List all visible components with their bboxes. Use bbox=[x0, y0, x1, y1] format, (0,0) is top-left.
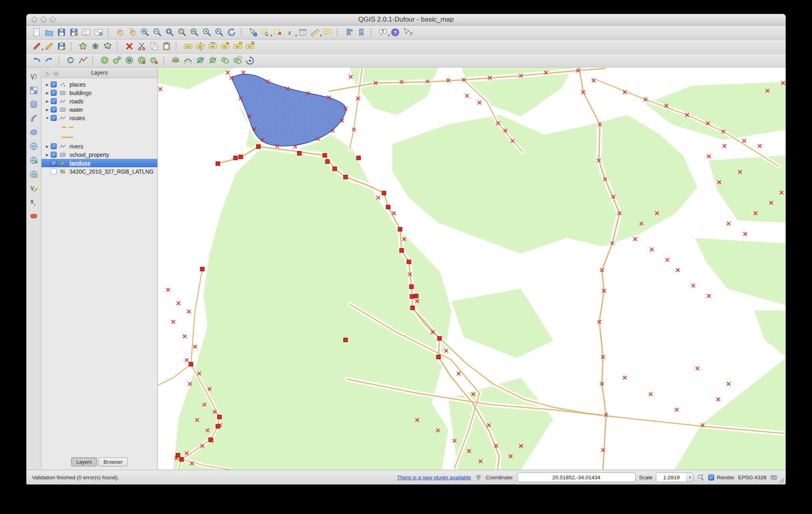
composer-manager-button[interactable] bbox=[92, 27, 105, 38]
layer-visibility-checkbox[interactable]: ✓ bbox=[51, 143, 57, 149]
add-raster-layer-button[interactable] bbox=[28, 85, 40, 96]
layer-visibility-checkbox[interactable]: ✓ bbox=[51, 81, 57, 87]
measure-button[interactable]: ▾ bbox=[309, 27, 321, 38]
offset-curve-button[interactable] bbox=[182, 55, 194, 66]
scale-combo[interactable]: 1:2819 ▾ bbox=[656, 472, 693, 482]
identify-features-button[interactable]: i bbox=[247, 27, 259, 38]
zoom-button[interactable] bbox=[50, 17, 55, 22]
add-vector-layer-button[interactable] bbox=[28, 71, 40, 82]
delete-selected-button[interactable] bbox=[123, 41, 135, 52]
expander-icon[interactable]: ▼ bbox=[44, 116, 51, 120]
expander-icon[interactable]: ▶ bbox=[44, 91, 51, 95]
layer-visibility-checkbox[interactable]: ✓ bbox=[51, 168, 57, 174]
layer-item-rivers[interactable]: ▶✓rivers bbox=[42, 142, 157, 150]
layer-style-swatch[interactable] bbox=[42, 132, 157, 142]
open-attribute-table-button[interactable] bbox=[296, 27, 309, 38]
zoom-out-button[interactable] bbox=[151, 27, 163, 38]
layer-item-buildings[interactable]: ▶✓buildings bbox=[42, 89, 157, 97]
split-features-button[interactable] bbox=[194, 55, 206, 66]
help-button[interactable]: ? bbox=[389, 27, 401, 38]
delete-part-button[interactable] bbox=[148, 55, 160, 66]
copy-features-button[interactable] bbox=[148, 41, 160, 52]
chevron-down-icon[interactable]: ▾ bbox=[686, 473, 693, 482]
toggle-editing-button[interactable] bbox=[43, 41, 55, 52]
expander-icon[interactable]: ▶ bbox=[44, 83, 51, 87]
label-properties-button[interactable]: abc bbox=[244, 41, 256, 52]
add-wms-layer-button[interactable] bbox=[28, 141, 40, 152]
map-canvas[interactable] bbox=[158, 67, 786, 470]
new-bookmark-button[interactable] bbox=[343, 27, 355, 38]
expander-icon[interactable]: ▶ bbox=[44, 108, 51, 112]
layer-visibility-checkbox[interactable]: ✓ bbox=[51, 152, 57, 158]
coordinate-input[interactable] bbox=[517, 472, 636, 482]
undo-button[interactable] bbox=[30, 55, 43, 66]
layer-style-swatch[interactable] bbox=[42, 122, 157, 132]
paste-features-button[interactable] bbox=[160, 41, 172, 52]
select-by-expression-button[interactable]: ε▾ bbox=[284, 27, 296, 38]
close-button[interactable] bbox=[32, 17, 37, 22]
add-part-button[interactable] bbox=[111, 55, 123, 66]
plugin-link[interactable]: There is a new plugin available bbox=[397, 474, 471, 480]
layer-visibility-checkbox[interactable]: ✓ bbox=[51, 107, 57, 113]
close-panel-button[interactable]: × bbox=[44, 70, 50, 76]
layer-visibility-checkbox[interactable]: ✓ bbox=[51, 160, 57, 166]
open-project-button[interactable] bbox=[43, 27, 55, 38]
new-project-button[interactable] bbox=[30, 27, 43, 38]
new-print-composer-button[interactable] bbox=[80, 27, 92, 38]
label-rotate-button[interactable]: abc bbox=[206, 41, 219, 52]
text-annotation-button[interactable]: T▾ bbox=[376, 27, 389, 38]
pan-map-button[interactable] bbox=[114, 27, 126, 38]
label-highlight-button[interactable]: abc bbox=[231, 41, 244, 52]
new-shapefile-layer-button[interactable] bbox=[28, 183, 40, 194]
scale-magnifier-icon[interactable] bbox=[697, 474, 705, 481]
add-wfs-layer-button[interactable] bbox=[28, 169, 40, 180]
layer-item-landuse[interactable]: ✓landuse bbox=[42, 159, 157, 167]
layer-visibility-checkbox[interactable]: ✓ bbox=[51, 115, 57, 121]
save-layer-edits-button[interactable] bbox=[55, 41, 67, 52]
tab-browser[interactable]: Browser bbox=[98, 457, 128, 467]
add-feature-button[interactable] bbox=[77, 41, 89, 52]
zoom-next-button[interactable] bbox=[213, 27, 225, 38]
layer-visibility-checkbox[interactable]: ✓ bbox=[51, 98, 57, 104]
select-features-button[interactable]: ▾ bbox=[259, 27, 271, 38]
render-checkbox[interactable]: ✓ Render bbox=[708, 474, 734, 480]
merge-features-button[interactable] bbox=[219, 55, 231, 66]
map-tips-button[interactable] bbox=[321, 27, 333, 38]
expander-icon[interactable]: ▶ bbox=[44, 99, 51, 103]
layer-item-water[interactable]: ▶✓water bbox=[42, 105, 157, 114]
minimize-button[interactable] bbox=[41, 17, 46, 22]
zoom-to-selection-button[interactable] bbox=[176, 27, 188, 38]
pan-to-selection-button[interactable] bbox=[126, 27, 139, 38]
label-pin-button[interactable]: abc bbox=[219, 41, 231, 52]
deselect-features-button[interactable] bbox=[271, 27, 284, 38]
current-edits-button[interactable]: ▾ bbox=[30, 41, 43, 52]
float-panel-button[interactable]: ⊙ bbox=[53, 70, 59, 76]
add-delimited-text-layer-button[interactable]: 9, bbox=[28, 197, 40, 208]
rotate-point-symbols-button[interactable] bbox=[244, 55, 256, 66]
add-oracle-layer-button[interactable] bbox=[28, 211, 40, 221]
layer-labeling-button[interactable]: abc bbox=[182, 41, 194, 52]
simplify-feature-button[interactable] bbox=[77, 55, 89, 66]
zoom-last-button[interactable] bbox=[200, 27, 213, 38]
add-postgis-layer-button[interactable] bbox=[28, 99, 40, 110]
refresh-map-button[interactable] bbox=[225, 27, 238, 38]
move-feature-button[interactable] bbox=[89, 41, 101, 52]
layer-item-roads[interactable]: ▶✓roads bbox=[42, 97, 157, 105]
layer-item-3420c-2010-327-rgb-latlng[interactable]: ✓3420C_2010_327_RGB_LATLNG bbox=[42, 167, 157, 176]
whats-this-button[interactable]: ? bbox=[401, 27, 414, 38]
resize-grip[interactable] bbox=[778, 477, 784, 483]
add-ring-button[interactable] bbox=[98, 55, 111, 66]
layer-item-routes[interactable]: ▼✓routes bbox=[42, 114, 157, 122]
layer-item-school-property[interactable]: ▶✓school_property bbox=[42, 150, 157, 159]
crs-status-icon[interactable] bbox=[770, 474, 778, 481]
expander-icon[interactable]: ▶ bbox=[44, 153, 51, 157]
zoom-to-layer-button[interactable] bbox=[188, 27, 200, 38]
title-bar[interactable]: QGIS 2.0.1-Dufour - basic_map bbox=[26, 14, 786, 26]
save-project-as-button[interactable] bbox=[67, 27, 80, 38]
delete-ring-button[interactable] bbox=[135, 55, 148, 66]
redo-button[interactable] bbox=[43, 55, 55, 66]
add-wcs-layer-button[interactable] bbox=[28, 155, 40, 166]
save-project-button[interactable] bbox=[55, 27, 67, 38]
cut-features-button[interactable] bbox=[135, 41, 148, 52]
add-mssql-layer-button[interactable] bbox=[28, 127, 40, 138]
